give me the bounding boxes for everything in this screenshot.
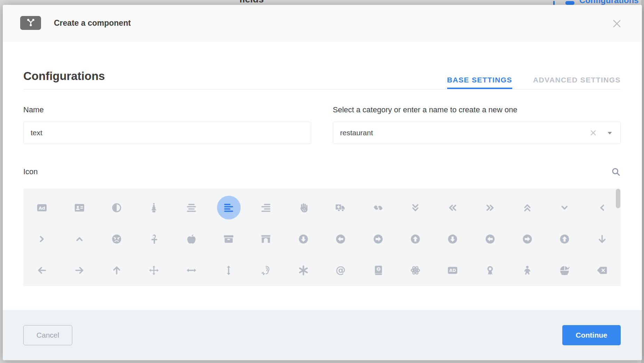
icon-option-angle-double-right[interactable]	[472, 192, 509, 223]
section-divider	[23, 89, 621, 89]
angle-double-down-icon	[403, 196, 427, 219]
modal-footer: Cancel Continue	[3, 310, 642, 360]
component-badge	[20, 16, 41, 30]
category-value: restaurant	[340, 129, 589, 137]
icon-option-baby-carriage[interactable]	[546, 255, 583, 286]
tab-base-settings[interactable]: BASE SETTINGS	[447, 76, 512, 89]
icon-option-arrow-circle-left[interactable]	[472, 223, 509, 255]
icon-grid-scrollbar[interactable]	[616, 189, 620, 208]
apple-alt-icon	[179, 227, 203, 251]
at-icon: @	[329, 258, 353, 282]
icon-option-address-card[interactable]	[61, 192, 98, 223]
atlas-icon	[366, 258, 390, 282]
arrow-alt-circle-left-icon	[329, 227, 353, 251]
icon-option-align-left[interactable]	[210, 192, 247, 223]
icon-option-baby[interactable]	[509, 255, 546, 286]
icon-option-angle-left[interactable]	[583, 192, 621, 223]
icon-option-angle-double-down[interactable]	[397, 192, 434, 223]
icon-option-allergies[interactable]	[285, 192, 322, 223]
icon-option-audio-description[interactable]: AD	[434, 255, 471, 286]
baby-carriage-icon	[553, 258, 577, 282]
angle-double-right-icon	[478, 196, 502, 219]
icon-option-arrows-alt-v[interactable]	[210, 255, 247, 286]
align-left-icon	[217, 196, 241, 219]
create-component-modal: Create a component Configurations BASE S…	[3, 5, 642, 360]
background-tab-label: Configurations	[579, 0, 639, 5]
icon-option-align-right[interactable]	[247, 192, 284, 223]
continue-button[interactable]: Continue	[562, 325, 621, 345]
caret-down-icon[interactable]	[606, 129, 613, 137]
background-page-strip: fields Configurations	[0, 0, 641, 5]
ankh-icon	[142, 227, 166, 251]
icon-option-arrow-alt-circle-left[interactable]	[322, 223, 359, 255]
icon-option-atom[interactable]	[397, 255, 434, 286]
angle-down-icon	[553, 196, 577, 219]
icon-option-archway[interactable]	[247, 223, 284, 255]
icon-option-apple-alt[interactable]	[173, 223, 210, 255]
icon-option-arrow-down[interactable]	[583, 223, 621, 255]
icon-option-award[interactable]	[472, 255, 509, 286]
icon-option-align-center[interactable]	[173, 192, 210, 223]
icon-option-arrow-alt-circle-up[interactable]	[397, 223, 434, 255]
tab-advanced-settings[interactable]: ADVANCED SETTINGS	[533, 76, 621, 89]
icon-option-angry[interactable]	[98, 223, 135, 255]
modal-title: Create a component	[54, 18, 131, 28]
asterisk-icon	[291, 258, 315, 282]
icon-option-angle-up[interactable]	[61, 223, 98, 255]
name-input[interactable]	[23, 122, 311, 144]
angle-right-icon	[30, 227, 54, 251]
close-button[interactable]	[612, 19, 622, 29]
cancel-button[interactable]: Cancel	[23, 325, 72, 345]
icon-grid-cells: Ad@AD	[23, 188, 621, 286]
icon-option-backspace[interactable]	[583, 255, 621, 286]
icon-option-arrow-up[interactable]	[98, 255, 135, 286]
clear-icon[interactable]	[589, 129, 597, 137]
background-page-heading: fields	[239, 0, 264, 5]
modal-body: Configurations BASE SETTINGS ADVANCED SE…	[23, 41, 621, 286]
icon-option-angle-double-up[interactable]	[509, 192, 546, 223]
icon-option-arrow-alt-circle-down[interactable]	[285, 223, 322, 255]
icon-option-assistive-listening-systems[interactable]	[247, 255, 284, 286]
section-heading: Configurations	[23, 70, 105, 83]
icon-option-arrow-left[interactable]	[23, 255, 61, 286]
arrows-alt-v-icon	[217, 258, 241, 282]
award-icon	[478, 258, 502, 282]
icon-option-angle-double-left[interactable]	[434, 192, 471, 223]
icon-option-archive[interactable]	[210, 223, 247, 255]
air-freshener-icon	[142, 196, 166, 219]
background-tab-icon	[565, 1, 574, 5]
icon-option-arrow-circle-down[interactable]	[434, 223, 471, 255]
icon-option-arrow-circle-up[interactable]	[546, 223, 583, 255]
icon-option-atlas[interactable]	[359, 255, 396, 286]
icon-option-at[interactable]: @	[322, 255, 359, 286]
arrow-alt-circle-down-icon	[291, 227, 315, 251]
icon-option-asterisk[interactable]	[285, 255, 322, 286]
icon-option-ad[interactable]: Ad	[23, 192, 61, 223]
background-tab-indicator	[553, 1, 555, 5]
arrow-circle-right-icon	[516, 227, 539, 251]
allergies-icon	[291, 196, 315, 219]
icon-option-arrow-alt-circle-right[interactable]	[359, 223, 396, 255]
icon-option-arrow-circle-right[interactable]	[509, 223, 546, 255]
arrows-alt-icon	[142, 258, 166, 282]
icon-option-arrow-right[interactable]	[61, 255, 98, 286]
arrow-circle-left-icon	[478, 227, 502, 251]
icon-option-ankh[interactable]	[135, 223, 172, 255]
icon-option-air-freshener[interactable]	[135, 192, 172, 223]
icon-option-arrows-alt[interactable]	[135, 255, 172, 286]
angle-double-left-icon	[441, 196, 465, 219]
search-icon[interactable]	[611, 167, 621, 177]
angry-icon	[105, 227, 128, 251]
icon-option-adjust[interactable]	[98, 192, 135, 223]
angle-double-up-icon	[516, 196, 539, 219]
icon-option-angle-down[interactable]	[546, 192, 583, 223]
icon-option-arrows-alt-h[interactable]	[173, 255, 210, 286]
icon-option-american-sign-language-interpreting[interactable]	[359, 192, 396, 223]
atom-icon	[403, 258, 427, 282]
archway-icon	[254, 227, 278, 251]
category-select[interactable]: restaurant	[333, 122, 621, 144]
icon-option-angle-right[interactable]	[23, 223, 61, 255]
arrow-alt-circle-up-icon	[403, 227, 427, 251]
icon-option-ambulance[interactable]	[322, 192, 359, 223]
arrow-left-icon	[30, 258, 54, 282]
